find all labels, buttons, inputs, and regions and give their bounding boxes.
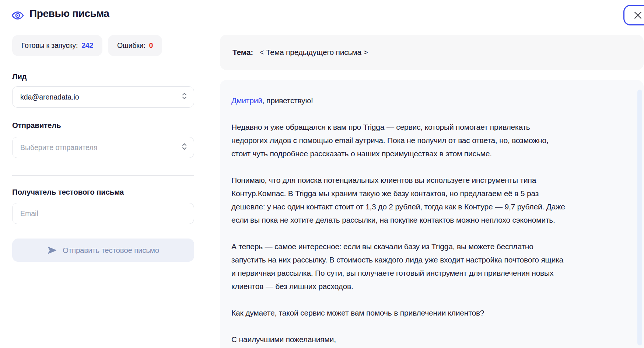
greeting-rest: , приветствую!: [262, 96, 313, 105]
ready-to-launch-count: 242: [81, 41, 93, 50]
email-line: недорогих лидов с помощью email аутрича.…: [231, 134, 627, 147]
email-paragraphs: Недавно я уже обращался к вам про Trigga…: [231, 121, 627, 320]
subject-value: < Тема предыдущего письма >: [259, 48, 368, 57]
email-line: Недавно я уже обращался к вам про Trigga…: [231, 121, 627, 134]
email-greeting: Дмитрий, приветствую!: [231, 94, 627, 107]
ready-to-launch-badge: Готовы к запуску: 242: [12, 35, 102, 56]
eye-icon: [11, 9, 24, 22]
email-line: Как думаете, такой сервис может вам помо…: [231, 306, 627, 320]
email-line: запустить на них рассылку. В стоимость к…: [231, 253, 627, 267]
email-line: дешевле: у нас один контакт стоит от 1,3…: [231, 200, 627, 213]
close-button[interactable]: [623, 5, 644, 25]
stats-badges: Готовы к запуску: 242 Ошибки: 0: [12, 35, 162, 56]
email-scrollbar[interactable]: [637, 90, 642, 345]
sidebar-divider: [12, 175, 194, 176]
lead-select[interactable]: kda@arenadata.io: [12, 86, 194, 108]
send-test-email-button[interactable]: Отправить тестовое письмо: [12, 239, 194, 262]
ready-to-launch-label: Готовы к запуску:: [21, 41, 78, 50]
sender-label: Отправитель: [12, 121, 61, 130]
email-paragraph: Недавно я уже обращался к вам про Trigga…: [231, 121, 627, 160]
x-icon: [633, 11, 643, 20]
test-email-input[interactable]: [20, 209, 186, 218]
email-line: клиентов — без лишних расходов.: [231, 280, 627, 293]
email-line: стоит чуть подробнее рассказать о наших …: [231, 147, 627, 160]
email-body-panel: Дмитрий, приветствую! Недавно я уже обра…: [220, 80, 644, 348]
email-signature: С наилучшими пожеланиями,: [231, 333, 627, 346]
test-email-field-wrap: [12, 203, 194, 224]
email-line: и первичная рассылка. По сути, вы получа…: [231, 267, 627, 280]
email-paragraph: Как думаете, такой сервис может вам помо…: [231, 306, 627, 320]
sender-select[interactable]: Выберите отправителя: [12, 137, 194, 158]
lead-label: Лид: [12, 72, 27, 81]
greeting-name: Дмитрий: [231, 96, 262, 105]
subject-bar: Тема: < Тема предыдущего письма >: [220, 35, 644, 70]
errors-label: Ошибки:: [117, 41, 145, 50]
stepper-chevrons-icon: [182, 92, 187, 102]
email-paragraph: А теперь — самое интересное: если вы ска…: [231, 240, 627, 293]
page-title: Превью письма: [29, 8, 109, 20]
email-line: если вы пока не хотите делать рассылки, …: [231, 213, 627, 227]
sender-select-placeholder: Выберите отправителя: [20, 143, 97, 152]
send-arrow-icon: [47, 246, 57, 255]
errors-count: 0: [149, 41, 153, 50]
errors-badge: Ошибки: 0: [108, 35, 162, 56]
email-line: Контур.Компас. В Trigga мы храним такую …: [231, 187, 627, 200]
email-line: Понимаю, что для поиска потенциальных кл…: [231, 174, 627, 187]
stepper-chevrons-icon: [182, 142, 187, 153]
email-preview-modal: Превью письма Готовы к запуску: 242 Ошиб…: [0, 0, 644, 348]
email-paragraph: Понимаю, что для поиска потенциальных кл…: [231, 174, 627, 227]
send-test-email-label: Отправить тестовое письмо: [63, 246, 159, 255]
test-recipient-label: Получатель тестового письма: [12, 188, 124, 196]
email-line: А теперь — самое интересное: если вы ска…: [231, 240, 627, 253]
lead-select-value: kda@arenadata.io: [20, 93, 79, 101]
subject-label: Тема:: [232, 48, 253, 57]
